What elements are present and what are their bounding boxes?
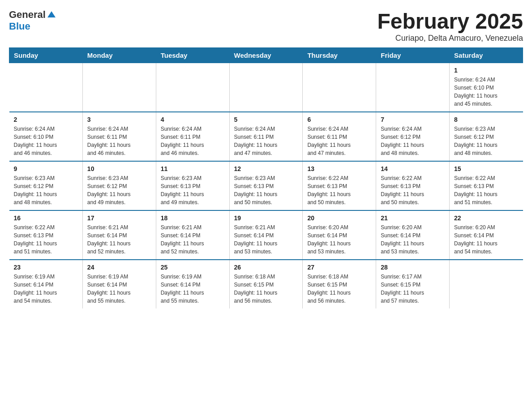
day-cell-2-7: 8Sunrise: 6:23 AM Sunset: 6:12 PM Daylig… — [450, 112, 523, 161]
day-cell-3-3: 11Sunrise: 6:23 AM Sunset: 6:13 PM Dayli… — [156, 161, 229, 210]
day-cell-4-3: 18Sunrise: 6:21 AM Sunset: 6:14 PM Dayli… — [156, 210, 229, 260]
calendar-subtitle: Curiapo, Delta Amacuro, Venezuela — [377, 34, 523, 43]
day-number: 20 — [307, 214, 371, 222]
day-number: 19 — [234, 214, 298, 222]
day-number: 1 — [454, 67, 518, 74]
day-cell-3-2: 10Sunrise: 6:23 AM Sunset: 6:12 PM Dayli… — [82, 161, 156, 210]
day-cell-3-7: 15Sunrise: 6:22 AM Sunset: 6:13 PM Dayli… — [450, 161, 523, 210]
header-row: SundayMondayTuesdayWednesdayThursdayFrid… — [9, 48, 523, 63]
day-cell-5-4: 26Sunrise: 6:18 AM Sunset: 6:15 PM Dayli… — [229, 260, 303, 308]
day-number: 26 — [234, 264, 298, 271]
day-number: 10 — [87, 165, 151, 172]
day-info: Sunrise: 6:23 AM Sunset: 6:12 PM Dayligh… — [454, 125, 518, 157]
day-number: 24 — [87, 264, 151, 271]
day-cell-4-4: 19Sunrise: 6:21 AM Sunset: 6:14 PM Dayli… — [229, 210, 303, 260]
day-info: Sunrise: 6:20 AM Sunset: 6:14 PM Dayligh… — [454, 223, 518, 256]
day-info: Sunrise: 6:24 AM Sunset: 6:11 PM Dayligh… — [234, 125, 298, 157]
header-day-thursday: Thursday — [303, 48, 376, 63]
day-cell-5-2: 24Sunrise: 6:19 AM Sunset: 6:14 PM Dayli… — [82, 260, 156, 308]
day-info: Sunrise: 6:21 AM Sunset: 6:14 PM Dayligh… — [234, 223, 298, 256]
logo-general-text: General — [9, 9, 46, 21]
day-cell-4-6: 21Sunrise: 6:20 AM Sunset: 6:14 PM Dayli… — [376, 210, 450, 260]
day-info: Sunrise: 6:21 AM Sunset: 6:14 PM Dayligh… — [87, 223, 151, 256]
day-cell-4-7: 22Sunrise: 6:20 AM Sunset: 6:14 PM Dayli… — [450, 210, 523, 260]
day-info: Sunrise: 6:22 AM Sunset: 6:13 PM Dayligh… — [307, 174, 371, 206]
header-day-saturday: Saturday — [450, 48, 523, 63]
week-row-5: 23Sunrise: 6:19 AM Sunset: 6:14 PM Dayli… — [9, 260, 523, 308]
header-day-friday: Friday — [376, 48, 450, 63]
day-number: 3 — [87, 116, 151, 123]
day-info: Sunrise: 6:20 AM Sunset: 6:14 PM Dayligh… — [307, 223, 371, 256]
day-number: 5 — [234, 116, 298, 123]
day-number: 28 — [381, 264, 445, 271]
day-info: Sunrise: 6:22 AM Sunset: 6:13 PM Dayligh… — [14, 223, 78, 256]
day-number: 15 — [454, 165, 518, 172]
day-number: 17 — [87, 214, 151, 222]
header-day-tuesday: Tuesday — [156, 48, 229, 63]
week-row-3: 9Sunrise: 6:23 AM Sunset: 6:12 PM Daylig… — [9, 161, 523, 210]
day-cell-1-4 — [229, 63, 303, 112]
day-cell-5-7 — [450, 260, 523, 308]
day-number: 23 — [14, 264, 78, 271]
day-number: 12 — [234, 165, 298, 172]
day-cell-5-5: 27Sunrise: 6:18 AM Sunset: 6:15 PM Dayli… — [303, 260, 376, 308]
day-info: Sunrise: 6:22 AM Sunset: 6:13 PM Dayligh… — [454, 174, 518, 206]
day-info: Sunrise: 6:24 AM Sunset: 6:11 PM Dayligh… — [87, 125, 151, 157]
day-number: 27 — [307, 264, 371, 271]
day-cell-3-6: 14Sunrise: 6:22 AM Sunset: 6:13 PM Dayli… — [376, 161, 450, 210]
title-block: February 2025 Curiapo, Delta Amacuro, Ve… — [377, 9, 523, 43]
header-day-sunday: Sunday — [9, 48, 83, 63]
day-info: Sunrise: 6:24 AM Sunset: 6:11 PM Dayligh… — [307, 125, 371, 157]
day-cell-1-1 — [9, 63, 83, 112]
calendar-table: SundayMondayTuesdayWednesdayThursdayFrid… — [9, 47, 523, 308]
day-cell-1-6 — [376, 63, 450, 112]
day-cell-1-2 — [82, 63, 156, 112]
day-info: Sunrise: 6:18 AM Sunset: 6:15 PM Dayligh… — [234, 273, 298, 305]
day-number: 6 — [307, 116, 371, 123]
day-cell-3-5: 13Sunrise: 6:22 AM Sunset: 6:13 PM Dayli… — [303, 161, 376, 210]
day-cell-5-1: 23Sunrise: 6:19 AM Sunset: 6:14 PM Dayli… — [9, 260, 83, 308]
day-cell-4-5: 20Sunrise: 6:20 AM Sunset: 6:14 PM Dayli… — [303, 210, 376, 260]
page-header: General Blue February 2025 Curiapo, Delt… — [9, 9, 523, 43]
day-cell-3-4: 12Sunrise: 6:23 AM Sunset: 6:13 PM Dayli… — [229, 161, 303, 210]
day-number: 18 — [161, 214, 225, 222]
header-day-wednesday: Wednesday — [229, 48, 303, 63]
day-info: Sunrise: 6:22 AM Sunset: 6:13 PM Dayligh… — [381, 174, 445, 206]
day-number: 2 — [14, 116, 78, 123]
day-number: 22 — [454, 214, 518, 222]
day-number: 7 — [381, 116, 445, 123]
week-row-4: 16Sunrise: 6:22 AM Sunset: 6:13 PM Dayli… — [9, 210, 523, 260]
calendar-body: 1Sunrise: 6:24 AM Sunset: 6:10 PM Daylig… — [9, 63, 523, 309]
week-row-2: 2Sunrise: 6:24 AM Sunset: 6:10 PM Daylig… — [9, 112, 523, 161]
day-info: Sunrise: 6:23 AM Sunset: 6:12 PM Dayligh… — [14, 174, 78, 206]
day-number: 16 — [14, 214, 78, 222]
day-cell-1-3 — [156, 63, 229, 112]
day-cell-2-4: 5Sunrise: 6:24 AM Sunset: 6:11 PM Daylig… — [229, 112, 303, 161]
day-cell-1-7: 1Sunrise: 6:24 AM Sunset: 6:10 PM Daylig… — [450, 63, 523, 112]
day-number: 9 — [14, 165, 78, 172]
day-info: Sunrise: 6:23 AM Sunset: 6:13 PM Dayligh… — [161, 174, 225, 206]
day-cell-5-6: 28Sunrise: 6:17 AM Sunset: 6:15 PM Dayli… — [376, 260, 450, 308]
day-cell-2-2: 3Sunrise: 6:24 AM Sunset: 6:11 PM Daylig… — [82, 112, 156, 161]
day-info: Sunrise: 6:24 AM Sunset: 6:12 PM Dayligh… — [381, 125, 445, 157]
day-cell-2-1: 2Sunrise: 6:24 AM Sunset: 6:10 PM Daylig… — [9, 112, 83, 161]
day-info: Sunrise: 6:24 AM Sunset: 6:10 PM Dayligh… — [14, 125, 78, 157]
day-number: 4 — [161, 116, 225, 123]
day-info: Sunrise: 6:24 AM Sunset: 6:10 PM Dayligh… — [454, 76, 518, 108]
day-cell-2-5: 6Sunrise: 6:24 AM Sunset: 6:11 PM Daylig… — [303, 112, 376, 161]
day-cell-1-5 — [303, 63, 376, 112]
logo-triangle-icon — [47, 11, 56, 17]
day-info: Sunrise: 6:24 AM Sunset: 6:11 PM Dayligh… — [161, 125, 225, 157]
day-number: 11 — [161, 165, 225, 172]
logo-blue-text: Blue — [9, 21, 30, 32]
day-info: Sunrise: 6:21 AM Sunset: 6:14 PM Dayligh… — [161, 223, 225, 256]
day-cell-2-3: 4Sunrise: 6:24 AM Sunset: 6:11 PM Daylig… — [156, 112, 229, 161]
day-info: Sunrise: 6:20 AM Sunset: 6:14 PM Dayligh… — [381, 223, 445, 256]
day-cell-4-1: 16Sunrise: 6:22 AM Sunset: 6:13 PM Dayli… — [9, 210, 83, 260]
day-number: 8 — [454, 116, 518, 123]
week-row-1: 1Sunrise: 6:24 AM Sunset: 6:10 PM Daylig… — [9, 63, 523, 112]
day-info: Sunrise: 6:18 AM Sunset: 6:15 PM Dayligh… — [307, 273, 371, 305]
day-info: Sunrise: 6:19 AM Sunset: 6:14 PM Dayligh… — [14, 273, 78, 305]
day-cell-3-1: 9Sunrise: 6:23 AM Sunset: 6:12 PM Daylig… — [9, 161, 83, 210]
day-number: 25 — [161, 264, 225, 271]
